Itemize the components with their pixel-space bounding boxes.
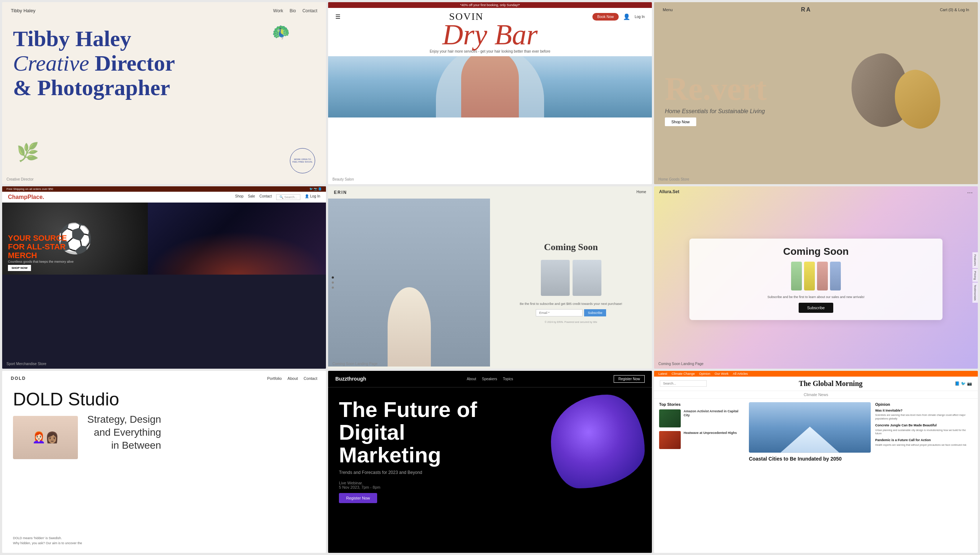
tab-allarticles[interactable]: All Articles	[733, 372, 748, 375]
cell-label-revert: Home Goods Store	[659, 177, 689, 181]
social-icons-global: 📘 🐦 📷	[955, 381, 972, 386]
content-dold: DOLD Studio 👩🏻‍🦰👩🏽 Strategy, Design and …	[2, 386, 326, 463]
register-btn-buzz-nav[interactable]: Register Now	[614, 375, 645, 383]
cell-dold: DOLD Portfolio About Contact DOLD Studio…	[2, 371, 326, 553]
hero-champ: ⚽ YOUR SOURCE FOR ALL-STAR MERCH Countle…	[2, 202, 326, 274]
coming-soon-erin: Coming Soon	[544, 242, 598, 253]
dry-bar-subtitle: Enjoy your hair more services - get your…	[328, 50, 652, 53]
nav-links-buzzthrough: About Speakers Topics	[467, 377, 513, 381]
plant-decoration: 🌿	[16, 142, 39, 162]
main-headline-global[interactable]: Coastal Cities to Be Inundated by 2050	[749, 456, 871, 462]
right-content-erin: Coming Soon Be the first to subscribe an…	[490, 199, 652, 366]
search-bar-champ[interactable]: 🔍 Search...	[276, 194, 301, 200]
carousel-dots-erin	[332, 276, 334, 289]
brand-global: The Global Morning	[799, 380, 863, 388]
left-photo-erin	[328, 199, 490, 366]
nav-topics-buzz[interactable]: Topics	[503, 377, 513, 381]
content-global: Top Stories Amazon Activist Arrested in …	[654, 399, 978, 466]
side-tabs-allura: Features Pricing Testimonials	[972, 252, 978, 303]
sub-revert: Home Essentials for Sustainable Living	[665, 108, 967, 115]
email-input-erin[interactable]	[536, 309, 583, 316]
nav-links-champ: Shop Sale Contact 🔍 Search... 👤 Log In	[235, 194, 320, 200]
subtitle-buzzthrough: Trends and Forecasts for 2023 and Beyond	[339, 470, 460, 475]
user-icon[interactable]: 👤	[623, 13, 630, 20]
side-tab-2[interactable]: Pricing	[972, 269, 978, 282]
cell-label-allura: Coming Soon Landing Page	[659, 362, 704, 366]
search-global[interactable]	[660, 380, 707, 387]
nav-bio[interactable]: Bio	[289, 8, 296, 13]
email-row-erin: Subscribe	[536, 309, 606, 316]
subscribe-btn-allura[interactable]: Subscribe	[798, 303, 834, 313]
shop-btn-revert[interactable]: Shop Now	[665, 117, 696, 126]
nav-about-dold[interactable]: About	[288, 376, 298, 380]
side-tab-1[interactable]: Features	[972, 252, 978, 268]
login-champ[interactable]: 👤 Log In	[305, 194, 320, 200]
cell-revert: Menu RA Cart (0) & Log In Re.vert Home E…	[654, 2, 978, 184]
hero-text-champ: YOUR SOURCE FOR ALL-STAR MERCH Countless…	[8, 234, 74, 271]
tab-ourwork[interactable]: Our Work	[715, 372, 728, 375]
heading-buzzthrough: The Future of Digital Marketing	[339, 398, 505, 466]
menu-dots-allura[interactable]: ⋯	[967, 189, 973, 196]
opinion-headline-3[interactable]: Pandemic is a Future Call for Action	[875, 438, 973, 443]
top-bar-global: Latest Climate Change Opinion Our Work A…	[654, 371, 978, 377]
badge-text: WORK OPEN TO FEEL FREE SOCIAL	[290, 157, 315, 165]
heading-line1: Tibby Haley	[13, 26, 131, 51]
model-figure-erin	[387, 287, 431, 367]
story-item-1: Amazon Activist Arrested in Capital City	[659, 409, 745, 427]
side-tab-3[interactable]: Testimonials	[972, 282, 978, 303]
cell-erin: ERIN Home Coming Soon Be the first to su…	[328, 186, 652, 368]
brand-dold: DOLD	[11, 376, 26, 381]
nav-speakers-buzz[interactable]: Speakers	[482, 377, 497, 381]
tab-latest[interactable]: Latest	[659, 372, 667, 375]
opinion-headline-2[interactable]: Concrete Jungle Can Be Made Beautiful	[875, 423, 973, 428]
nav-about-buzz[interactable]: About	[467, 377, 476, 381]
subscribe-btn-erin[interactable]: Subscribe	[584, 309, 606, 316]
sub-text-allura: Subscribe and be the first to learn abou…	[698, 295, 934, 300]
middle-col-global: Coastal Cities to Be Inundated by 2050	[749, 402, 871, 462]
nav-work[interactable]: Work	[273, 8, 283, 13]
portfolio-grid: Tibby Haley Work Bio Contact Tibby Haley…	[0, 0, 980, 555]
product-row-allura	[698, 261, 934, 290]
nav-links-tibby: Work Bio Contact	[273, 8, 317, 13]
dry-bar-title: Dry Bar	[328, 22, 652, 48]
register-btn-buzz-hero[interactable]: Register Now	[339, 493, 377, 503]
opinion-2: Concrete Jungle Can Be Made Beautiful Ur…	[875, 423, 973, 435]
nav-allura: Allura.Set ⋯	[654, 186, 978, 199]
dot-2[interactable]	[332, 281, 334, 284]
shop-btn-champ[interactable]: SHOP NOW	[8, 265, 31, 271]
dot-3[interactable]	[332, 287, 334, 289]
prod-4-allura	[830, 261, 841, 290]
nav-shop-champ[interactable]: Shop	[235, 194, 243, 200]
cell-label-champ: Sport Merchandise Store	[6, 362, 47, 366]
nav-sale-champ[interactable]: Sale	[248, 194, 255, 200]
hero-image-drybar	[328, 56, 652, 117]
hero-sub-champ: Countless goods that keeps the memory al…	[8, 260, 74, 263]
nav-contact-champ[interactable]: Contact	[259, 194, 272, 200]
promo-bar-drybar: *40% off your first booking, only Sunday…	[328, 2, 652, 8]
hamburger-icon[interactable]: ☰	[335, 13, 341, 20]
nav-home-erin[interactable]: Home	[636, 190, 646, 195]
cell-tibby-haley: Tibby Haley Work Bio Contact Tibby Haley…	[2, 2, 326, 184]
top-stories-label: Top Stories	[659, 402, 745, 406]
tab-climate[interactable]: Climate Change	[672, 372, 695, 375]
nav-contact-dold[interactable]: Contact	[304, 376, 317, 380]
story-text-2[interactable]: Heatwave at Unprecedented Highs	[684, 431, 737, 435]
cell-label-erin: Coming Soon Landing Page	[333, 362, 378, 366]
nav-contact[interactable]: Contact	[302, 8, 317, 13]
opinion-headline-1[interactable]: Was it Inevitable?	[875, 409, 973, 413]
prod-3-allura	[817, 261, 828, 290]
menu-revert[interactable]: Menu	[663, 8, 673, 12]
product-images-erin	[541, 260, 601, 296]
cell-label-tibby: Creative Director	[6, 177, 34, 181]
brand-allura: Allura.Set	[659, 189, 679, 196]
dot-1[interactable]	[332, 276, 334, 279]
login-link[interactable]: Log In	[635, 15, 645, 19]
coming-soon-allura: Coming Soon	[698, 246, 934, 257]
story-text-1[interactable]: Amazon Activist Arrested in Capital City	[684, 409, 745, 418]
tab-opinion[interactable]: Opinion	[699, 372, 710, 375]
nav-portfolio-dold[interactable]: Portfolio	[267, 376, 281, 380]
brand-champ: ChampPlace.	[8, 194, 44, 201]
nav-champ: ChampPlace. Shop Sale Contact 🔍 Search..…	[2, 192, 326, 202]
book-now-btn[interactable]: Book Now	[593, 13, 619, 21]
nav-global: The Global Morning 📘 🐦 📷	[654, 377, 978, 391]
